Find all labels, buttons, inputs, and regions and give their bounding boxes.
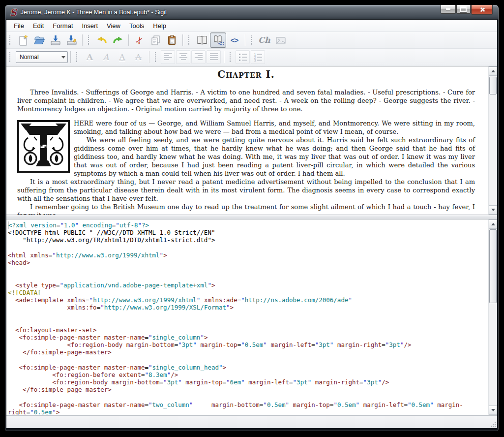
menu-help[interactable]: Help — [148, 20, 171, 31]
paragraph: It is a most extraordinary thing, but I … — [17, 178, 475, 203]
toolbar-drag-handle[interactable] — [9, 35, 12, 45]
underline-button[interactable]: A — [114, 50, 130, 65]
save-as-button[interactable] — [63, 32, 80, 48]
split-editor: Chapter I. Three Invalids. - Sufferings … — [6, 66, 497, 415]
toolbar-separator — [182, 34, 183, 46]
arrow-down-icon — [491, 409, 495, 411]
menu-bar: File Edit Format Insert View Tools Help — [6, 20, 497, 32]
scroll-down-button[interactable] — [489, 406, 497, 415]
align-center-button[interactable] — [176, 50, 190, 64]
window-title: Jerome, Jerome K - Three Men in a Boat.e… — [21, 9, 167, 16]
menu-file[interactable]: File — [9, 20, 29, 31]
align-center-icon — [178, 52, 188, 62]
scroll-up-button[interactable] — [489, 219, 497, 229]
code-view-button[interactable]: <> — [226, 32, 242, 48]
sigil-app-icon: S — [10, 8, 17, 17]
align-right-button[interactable] — [191, 50, 206, 64]
bold-icon: A — [87, 52, 93, 62]
arrow-up-icon — [491, 223, 495, 225]
toolbar-drag-handle[interactable] — [88, 35, 90, 45]
toolbar-drag-handle[interactable] — [155, 52, 157, 62]
screen: S Jerome, Jerome K - Three Men in a Boat… — [0, 0, 504, 437]
book-view-button[interactable] — [194, 32, 210, 48]
metadata-editor-button[interactable]: Ch — [256, 32, 272, 48]
scrollbar-thumb[interactable] — [489, 229, 497, 303]
toolbar-drag-handle[interactable] — [188, 35, 191, 45]
strikethrough-button[interactable]: A — [130, 50, 147, 65]
toolbar-drag-handle[interactable] — [9, 52, 12, 62]
scroll-down-button[interactable] — [489, 205, 497, 215]
minimize-button[interactable] — [441, 5, 456, 14]
paste-button[interactable] — [164, 32, 180, 48]
redo-button[interactable] — [110, 32, 126, 48]
align-justify-button[interactable] — [207, 50, 221, 64]
book-view-pane[interactable]: Chapter I. Three Invalids. - Sufferings … — [6, 66, 497, 215]
menu-view[interactable]: View — [102, 20, 125, 31]
close-button[interactable] — [471, 5, 493, 15]
copy-icon — [150, 34, 162, 46]
menu-insert[interactable]: Insert — [78, 20, 103, 31]
undo-button[interactable] — [93, 32, 110, 48]
redo-icon — [112, 34, 124, 46]
resize-grip[interactable] — [490, 421, 496, 427]
format-toolbar: Normal A A A A — [6, 49, 497, 66]
bullet-list-icon — [238, 52, 248, 62]
code-view-pane[interactable]: <?xml version="1.0" encoding="utf-8"?><!… — [6, 219, 497, 415]
insert-image-button[interactable] — [272, 32, 289, 48]
menu-format[interactable]: Format — [48, 20, 77, 31]
main-toolbar: ✂ — [6, 32, 497, 49]
ornate-letter-t-icon — [17, 120, 70, 173]
code-view-scrollbar[interactable] — [488, 219, 497, 415]
maximize-button[interactable] — [456, 5, 471, 14]
menu-tools[interactable]: Tools — [125, 20, 148, 31]
code-lines: <?xml version="1.0" encoding="utf-8"?><!… — [6, 219, 489, 415]
open-folder-icon — [33, 34, 45, 46]
paragraph: We were all feeling seedy, and we were g… — [17, 136, 475, 178]
scroll-up-button[interactable] — [489, 66, 497, 76]
chapter-heading: Chapter I. — [17, 68, 475, 80]
maximize-icon — [460, 6, 467, 12]
split-view-button[interactable]: <> — [210, 32, 226, 48]
view-splitter-handle[interactable] — [6, 215, 497, 219]
underline-icon: A — [119, 52, 125, 62]
open-file-button[interactable] — [31, 32, 47, 48]
paragraph-clipped: I remember going to the British Museum o… — [17, 203, 475, 215]
numbered-list-button[interactable]: 1 2 3 — [251, 50, 265, 64]
toolbar-drag-handle[interactable] — [251, 35, 253, 45]
align-right-icon — [194, 52, 204, 62]
undo-icon — [96, 34, 108, 46]
heading-style-select[interactable]: Normal — [16, 51, 68, 63]
align-left-button[interactable] — [161, 50, 175, 64]
svg-text:<>: <> — [218, 40, 224, 46]
italic-icon: A — [103, 52, 109, 62]
toolbar-drag-handle[interactable] — [76, 52, 79, 62]
cut-button[interactable]: ✂ — [131, 32, 148, 48]
heading-style-value: Normal — [16, 54, 59, 61]
save-button[interactable] — [47, 32, 63, 48]
code-view-icon: <> — [231, 36, 238, 44]
arrow-up-icon — [491, 70, 495, 72]
numbered-list-icon: 1 2 3 — [253, 52, 263, 62]
arrow-down-icon — [491, 209, 495, 211]
book-view-icon — [196, 34, 208, 46]
title-bar: S Jerome, Jerome K - Three Men in a Boat… — [5, 5, 499, 20]
image-icon — [275, 34, 287, 46]
new-file-button[interactable] — [15, 32, 31, 48]
status-bar — [6, 415, 497, 428]
paste-icon — [166, 34, 178, 46]
split-view-icon: <> — [212, 34, 224, 46]
book-view-scrollbar[interactable] — [488, 66, 497, 215]
bold-button[interactable]: A — [82, 50, 98, 65]
sigil-window: S Jerome, Jerome K - Three Men in a Boat… — [5, 5, 499, 431]
toolbar-drag-handle[interactable] — [230, 52, 232, 62]
toolbar-separator — [82, 34, 83, 46]
scrollbar-thumb[interactable] — [489, 77, 497, 94]
svg-text:3: 3 — [254, 59, 256, 62]
italic-button[interactable]: A — [98, 50, 114, 65]
bullet-list-button[interactable] — [236, 50, 250, 64]
copy-button[interactable] — [148, 32, 164, 48]
chevron-down-icon — [59, 56, 67, 59]
toolbar-separator — [70, 51, 71, 63]
toolbar-separator — [149, 51, 149, 63]
menu-edit[interactable]: Edit — [29, 20, 48, 31]
